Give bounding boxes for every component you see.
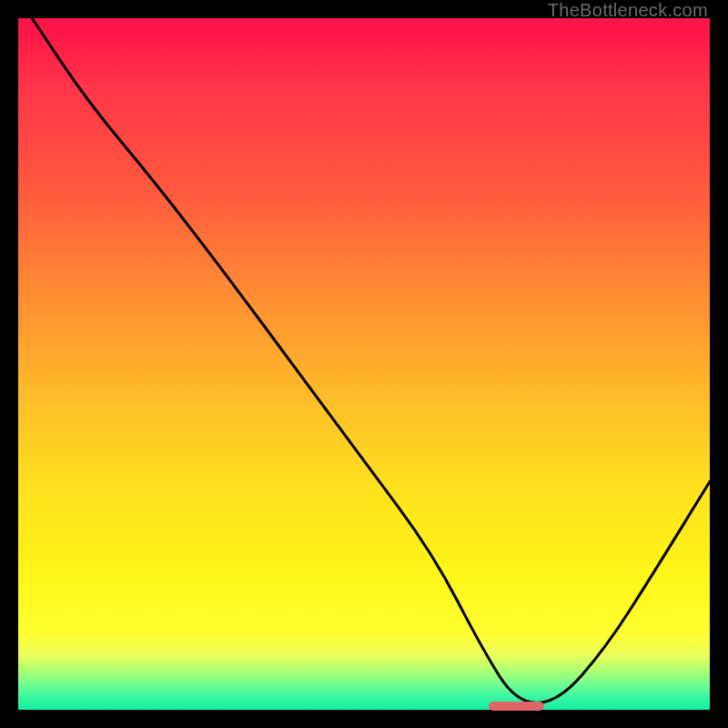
bottleneck-curve <box>18 18 710 710</box>
highlight-range-marker <box>489 702 544 711</box>
plot-area <box>18 18 710 710</box>
chart-frame: TheBottleneck.com <box>0 0 728 728</box>
